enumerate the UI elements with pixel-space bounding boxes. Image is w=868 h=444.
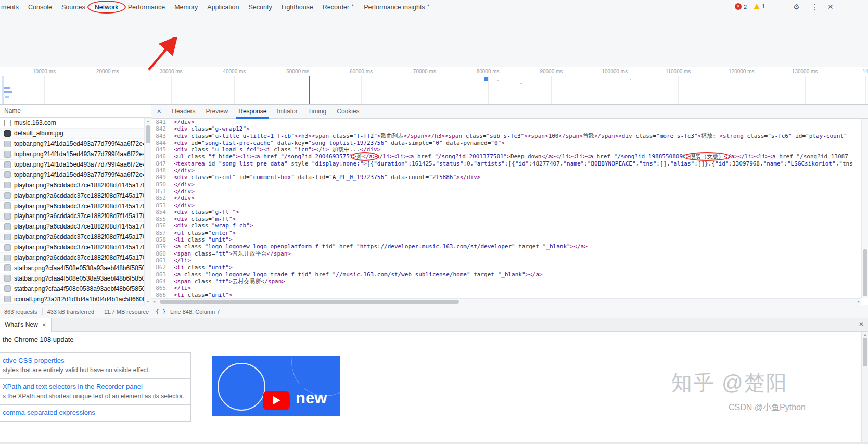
settings-gear-icon[interactable]: ⚙ <box>793 3 800 11</box>
image-icon <box>4 275 11 282</box>
scrollbar-thumb[interactable] <box>863 249 867 296</box>
code-line[interactable]: 865</li> <box>151 285 861 291</box>
overview-tick-label: 30000 ms <box>160 69 183 74</box>
code-text: <span class="tt">音乐开放平台</span> <box>174 250 291 257</box>
code-line[interactable]: 845<div class="u-load s-fc4"><i class="i… <box>151 146 861 153</box>
youtube-play-icon[interactable] <box>263 391 290 410</box>
code-text: <li class="unit"> <box>174 291 233 298</box>
scroll-left-icon[interactable]: ◂ <box>153 299 155 304</box>
panel-tab-console[interactable]: Console <box>28 0 52 14</box>
request-row[interactable]: default_album.jpg <box>0 129 144 139</box>
code-line[interactable]: 856<div class="wrap f-cb"> <box>151 222 861 229</box>
close-tab-icon[interactable]: ✕ <box>42 322 46 328</box>
code-line[interactable]: 847<textarea id="song-list-pre-data" sty… <box>151 160 861 167</box>
code-line[interactable]: 851</div> <box>151 188 861 195</box>
request-row[interactable]: iconall.png?3a312d1d1d4a1b0f4d4b1ac58660… <box>0 294 144 305</box>
close-detail-icon[interactable]: ✕ <box>155 108 163 115</box>
request-row[interactable]: statbar.png?cfaa4f508e0538a93aebf48b6f58… <box>0 284 144 294</box>
scrollbar-thumb[interactable] <box>146 125 150 143</box>
name-column-header[interactable]: Name <box>0 105 151 118</box>
detail-tab-headers[interactable]: Headers <box>167 105 200 119</box>
whats-new-link[interactable]: ctive CSS properties <box>3 357 185 364</box>
requests-scrollbar[interactable]: ▲ ▼ <box>144 118 151 305</box>
code-line[interactable]: 861</li> <box>151 257 861 264</box>
response-vertical-scrollbar[interactable] <box>861 119 868 298</box>
line-number: 855 <box>151 215 170 222</box>
panel-tab-network[interactable]: Network <box>95 0 119 14</box>
code-line[interactable]: 863<a class="logo logonew logo-trade f-t… <box>151 271 861 278</box>
close-drawer-icon[interactable]: ✕ <box>859 321 864 328</box>
code-line[interactable]: 855<div class="m-ft"> <box>151 215 861 222</box>
response-horizontal-scrollbar[interactable]: ◂ ▸ <box>151 298 861 305</box>
drawer-scrollbar[interactable]: ▲ <box>861 332 868 444</box>
code-line[interactable]: 860<span class="tt">音乐开放平台</span> <box>151 250 861 257</box>
code-line[interactable]: 859<a class="logo logonew logo-openplatf… <box>151 243 861 250</box>
scrollbar-thumb[interactable] <box>863 338 867 366</box>
detail-tab-timing[interactable]: Timing <box>303 105 332 119</box>
request-row[interactable]: topbar.png?14f1da15ed493a77d799f4aa6f72e… <box>0 170 144 180</box>
requests-table: Name music.163.comdefault_album.jpgtopba… <box>0 105 151 305</box>
code-line[interactable]: 850</div> <box>151 181 861 188</box>
code-line[interactable]: 866<li class="unit"> <box>151 291 861 298</box>
close-devtools-icon[interactable]: ✕ <box>827 3 834 11</box>
whats-new-tab[interactable]: What's New ✕ <box>0 318 52 332</box>
code-line[interactable]: 852</div> <box>151 195 861 201</box>
panel-tab-lighthouse[interactable]: Lighthouse <box>282 0 313 14</box>
scroll-up-icon[interactable]: ▲ <box>146 119 150 123</box>
console-warning-badge[interactable]: 1 <box>754 3 765 9</box>
request-row[interactable]: statbar.png?cfaa4f508e0538a93aebf48b6f58… <box>0 273 144 284</box>
code-line[interactable]: 853</div> <box>151 202 861 209</box>
request-row[interactable]: playbar.png?a6cddadc37ce1882f08d7f145a17… <box>0 232 144 243</box>
code-line[interactable]: 864<span class="tt">云村交易所</span> <box>151 278 861 285</box>
request-row[interactable]: playbar.png?a6cddadc37ce1882f08d7f145a17… <box>0 191 144 201</box>
kebab-menu-icon[interactable]: ⋮ <box>811 3 819 11</box>
panel-tab-ments[interactable]: ments <box>1 0 19 14</box>
code-line[interactable]: 846<ul class="f-hide"><li><a href="/song… <box>151 153 861 160</box>
whats-new-link[interactable]: XPath and text selectors in the Recorder… <box>3 383 185 390</box>
panel-tab-security[interactable]: Security <box>249 0 272 14</box>
detail-tab-preview[interactable]: Preview <box>201 105 234 119</box>
request-row[interactable]: topbar.png?14f1da15ed493a77d799f4aa6f72e… <box>0 160 144 170</box>
detail-tab-cookies[interactable]: Cookies <box>331 105 364 119</box>
scroll-down-icon[interactable]: ▼ <box>146 300 150 303</box>
request-row[interactable]: playbar.png?a6cddadc37ce1882f08d7f145a17… <box>0 243 144 253</box>
request-row[interactable]: topbar.png?14f1da15ed493a77d799f4aa6f72e… <box>0 149 144 160</box>
request-row[interactable]: music.163.com <box>0 118 144 129</box>
code-line[interactable]: 842<div class="g-wrap12"> <box>151 125 861 132</box>
image-icon <box>4 151 11 158</box>
panel-tab-memory[interactable]: Memory <box>174 0 198 14</box>
code-line[interactable]: 862<li class="unit"> <box>151 264 861 271</box>
panel-tab-performance-insights[interactable]: Performance insights▲ <box>364 0 430 14</box>
scroll-right-icon[interactable]: ▸ <box>858 299 860 304</box>
request-row[interactable]: playbar.png?a6cddadc37ce1882f08d7f145a17… <box>0 222 144 232</box>
request-row[interactable]: playbar.png?a6cddadc37ce1882f08d7f145a17… <box>0 180 144 191</box>
braces-format-icon[interactable]: { } <box>156 308 166 315</box>
request-row[interactable]: playbar.png?a6cddadc37ce1882f08d7f145a17… <box>0 253 144 263</box>
whats-new-link[interactable]: comma-separated expressions <box>3 409 185 416</box>
code-line[interactable]: 848</div> <box>151 167 861 174</box>
request-row[interactable]: playbar.png?a6cddadc37ce1882f08d7f145a17… <box>0 211 144 222</box>
image-icon <box>4 182 11 188</box>
code-line[interactable]: 843<div class="u-title u-title-1 f-cb"><… <box>151 133 861 139</box>
detail-tab-response[interactable]: Response <box>233 105 272 119</box>
panel-tab-application[interactable]: Application <box>207 0 239 14</box>
code-line[interactable]: 857<ul class="enter"> <box>151 230 861 236</box>
request-row[interactable]: topbar.png?14f1da15ed493a77d799f4aa6f72e… <box>0 139 144 149</box>
request-row[interactable]: statbar.png?cfaa4f508e0538a93aebf48b6f58… <box>0 263 144 273</box>
response-code-view[interactable]: 841</div>842<div class="g-wrap12">843<di… <box>151 119 861 298</box>
code-line[interactable]: 844<div id="song-list-pre-cache" data-ke… <box>151 139 861 146</box>
network-overview-timeline[interactable]: 10000 ms20000 ms30000 ms40000 ms50000 ms… <box>0 67 868 105</box>
panel-tab-recorder[interactable]: Recorder▲ <box>323 0 354 14</box>
scrollbar-thumb[interactable] <box>160 300 459 304</box>
panel-tab-sources[interactable]: Sources <box>61 0 85 14</box>
code-line[interactable]: 849<div class="n-cmt" id="comment-box" d… <box>151 174 861 181</box>
panel-tab-performance[interactable]: Performance <box>128 0 165 14</box>
console-error-badge[interactable]: ✕ 2 <box>735 3 747 10</box>
request-row[interactable]: playbar.png?a6cddadc37ce1882f08d7f145a17… <box>0 201 144 211</box>
code-line[interactable]: 841</div> <box>151 119 861 125</box>
detail-tab-initiator[interactable]: Initiator <box>272 105 302 119</box>
new-in-chrome-video-thumbnail[interactable]: new <box>212 356 340 416</box>
scroll-up-icon[interactable]: ▲ <box>863 333 867 336</box>
code-line[interactable]: 854<div class="g-ft "> <box>151 209 861 215</box>
code-line[interactable]: 858<li class="unit"> <box>151 236 861 243</box>
